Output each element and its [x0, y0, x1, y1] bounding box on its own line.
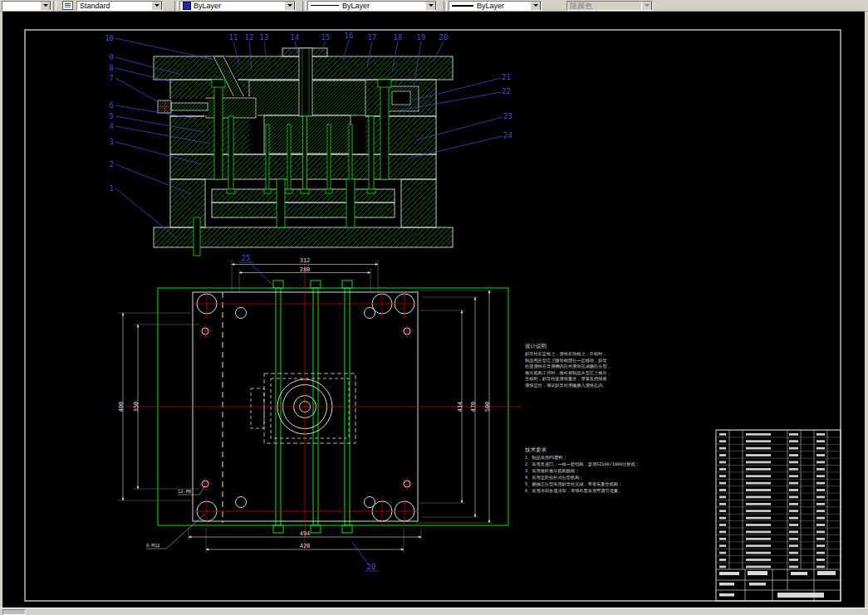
callout-21: 21 [502, 73, 511, 81]
style-dropdown[interactable]: Standard [76, 1, 163, 11]
lineweight-dropdown[interactable]: ByLayer [449, 1, 542, 11]
linetype-dropdown[interactable]: ByLayer [307, 1, 437, 11]
tech-item: 5、侧抽芯分型采用斜导柱完成，带有先复位机构； [525, 481, 622, 487]
technical-requirements: 技术要求 1、制品采用PS塑料； 2、采用直浇口，一模一腔结构，选用SZ160/… [524, 447, 640, 494]
hole-note-leaders [146, 486, 205, 549]
callout-17: 17 [368, 33, 377, 41]
callout-19: 19 [417, 33, 426, 41]
style-dropdown-value: Standard [80, 2, 110, 10]
notes-line: 推出机构工作时，推杆将制品从型芯上推出， [525, 370, 611, 376]
callout-16: 16 [345, 32, 354, 40]
mold-assembly-drawing: 312 280 494 420 414 470 500 400 350 12-M… [2, 12, 865, 608]
lineweight-sample-icon [452, 5, 473, 7]
toolbar-separator [444, 1, 447, 11]
style-sheet-icon [62, 1, 73, 10]
callout-8: 8 [110, 64, 114, 72]
callout-12: 12 [245, 33, 254, 41]
callout-20: 20 [439, 33, 449, 41]
color-dropdown[interactable]: ByLayer [179, 1, 296, 11]
dropdown-arrow-icon[interactable] [40, 1, 51, 11]
dropdown-arrow-icon[interactable] [530, 1, 541, 11]
lineweight-dropdown-value: ByLayer [477, 2, 504, 10]
dropdown-arrow-icon[interactable] [284, 1, 295, 11]
notes-line: 滑块定位，保证斜导柱准确插入滑块孔内。 [525, 383, 607, 388]
notes-line: 合模时，斜导柱使滑块复位，弹簧及挡块将 [525, 376, 607, 382]
title-block-text-bars [719, 571, 836, 598]
callout-11: 11 [229, 33, 238, 41]
tech-item: 4、采用定距拉杆式分型机构； [525, 475, 584, 481]
callout-24: 24 [503, 131, 512, 139]
linetype-dropdown-value: ByLayer [342, 2, 370, 10]
design-notes: 设计说明 斜导柱在定模上，滑块在动模上，开模时， 制品包在型芯上随动模部分一起移… [525, 343, 611, 388]
notes-line: 制品包在型芯上随动模部分一起移动，斜导 [525, 358, 607, 364]
dim-text: 494 [300, 530, 311, 537]
toolbar-separator [53, 1, 56, 11]
callout-14: 14 [291, 33, 300, 41]
ime-indicator[interactable] [2, 609, 26, 615]
dimensions: 312 280 494 420 414 470 500 400 350 12-M… [118, 257, 493, 553]
callout-3: 3 [110, 138, 114, 146]
notes-line: 斜导柱在定模上，滑块在动模上，开模时， [525, 351, 607, 357]
callout-2: 2 [110, 160, 114, 168]
hole-note-text: 8-M12 [146, 543, 160, 548]
callout-6: 6 [110, 101, 114, 110]
properties-toolbar: Standard ByLayer ByLayer ByLayer 随颜色 [0, 0, 868, 12]
dim-text: 280 [300, 266, 311, 273]
text-style-button[interactable] [59, 0, 76, 11]
dropdown-arrow-icon[interactable] [151, 1, 162, 11]
callout-5: 5 [110, 112, 114, 120]
callout-15: 15 [321, 33, 331, 41]
notes-line: 柱使滑块在导滑槽内向外滑动完成侧向分型， [525, 364, 611, 369]
callout-25: 25 [242, 254, 251, 262]
color-swatch-icon [183, 2, 191, 10]
callout-22: 22 [502, 87, 511, 95]
title-block [716, 430, 841, 601]
tech-item: 3、采用推杆推出机构脱模； [525, 468, 579, 474]
dim-text: 420 [300, 543, 311, 549]
dim-text: 312 [300, 257, 311, 264]
drawing-canvas[interactable]: 312 280 494 420 414 470 500 400 350 12-M… [2, 12, 865, 608]
tech-title: 技术要求 [524, 447, 547, 453]
callout-13: 13 [260, 33, 269, 41]
callout-18: 18 [394, 33, 403, 41]
dim-text: 414 [457, 402, 463, 412]
toolbar-separator [302, 1, 306, 11]
cad-application-window: Standard ByLayer ByLayer ByLayer 随颜色 [0, 0, 868, 615]
dropdown-arrow-icon[interactable] [425, 1, 436, 11]
callout-23: 23 [503, 112, 512, 120]
dropdown-arrow-icon [641, 1, 652, 11]
tech-item: 6、采用冷却水道冷却，单独布置采用可调节流量。 [525, 488, 622, 494]
callout-10: 10 [105, 34, 114, 42]
callout-1: 1 [110, 184, 114, 193]
status-strip [0, 608, 868, 615]
dim-text: 400 [118, 402, 125, 412]
callout-9: 9 [110, 53, 114, 61]
section-view [154, 48, 453, 256]
named-view-dropdown[interactable] [2, 1, 51, 11]
dim-text: 470 [470, 402, 477, 412]
tech-item: 2、采用直浇口，一模一腔结构，选用SZ160/1000注射机； [525, 461, 640, 467]
color-dropdown-value: ByLayer [194, 2, 221, 10]
notes-title: 设计说明 [525, 343, 547, 349]
dim-text: 350 [133, 402, 140, 412]
linetype-sample-icon [311, 5, 339, 6]
dim-text: 500 [484, 402, 491, 412]
callout-4: 4 [110, 122, 114, 130]
hole-note-text: 12-M6 [178, 489, 192, 494]
toolbar-separator [174, 1, 178, 11]
plotstyle-dropdown-value: 随颜色 [570, 2, 592, 10]
tech-item: 1、制品采用PS塑料； [525, 455, 567, 461]
callout-7: 7 [110, 74, 114, 82]
plotstyle-dropdown: 随颜色 [566, 1, 653, 11]
callout-20-plan: 20 [367, 563, 376, 571]
